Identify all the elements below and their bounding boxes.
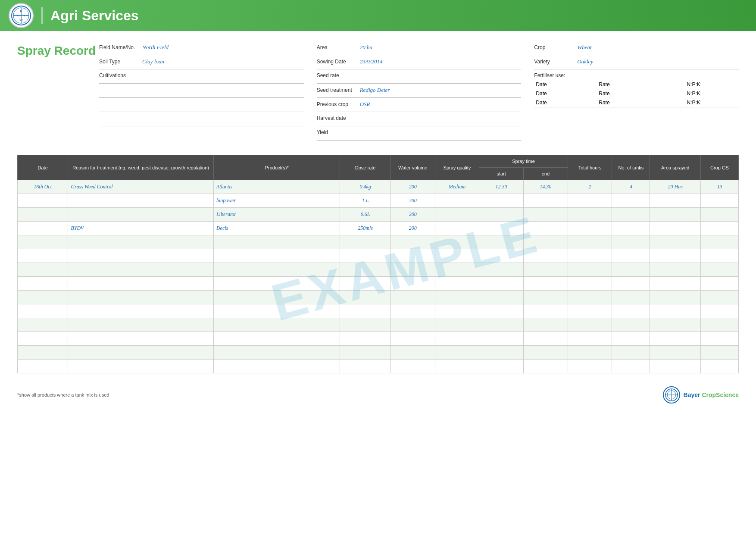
table-cell bbox=[479, 304, 524, 318]
table-cell bbox=[390, 318, 435, 332]
table-cell bbox=[213, 277, 340, 291]
th-spray-quality: Spray quality bbox=[435, 155, 479, 180]
table-cell bbox=[390, 346, 435, 360]
empty-row-2 bbox=[99, 101, 304, 112]
table-cell bbox=[18, 332, 68, 346]
fert-date-1: Date bbox=[534, 80, 597, 89]
table-cell bbox=[213, 360, 340, 373]
table-cell bbox=[435, 222, 479, 235]
table-cell bbox=[650, 222, 700, 235]
svg-text:B: B bbox=[20, 10, 22, 13]
th-reason: Reason for treatment (eg. weed, pest dis… bbox=[68, 155, 214, 180]
table-cell bbox=[435, 277, 479, 291]
table-cell bbox=[650, 194, 700, 208]
table-cell: 16th Oct bbox=[18, 180, 68, 194]
fert-npk-3: N:P:K: bbox=[685, 98, 739, 107]
spray-table-wrapper: EXAMPLE Date Reason for treatment (eg. w… bbox=[17, 150, 739, 373]
seed-treatment-value: Redigo Deter bbox=[360, 87, 390, 94]
table-cell bbox=[523, 277, 568, 291]
cultivations-row: Cultivations bbox=[99, 72, 304, 84]
table-cell bbox=[68, 346, 214, 360]
table-cell: 4 bbox=[612, 180, 650, 194]
spray-record-title: Spray Record bbox=[17, 44, 99, 58]
table-row bbox=[18, 346, 739, 360]
table-cell bbox=[612, 360, 650, 373]
header: B A Y ER Agri Services bbox=[0, 0, 756, 31]
table-cell: 20 Has bbox=[650, 180, 700, 194]
table-cell bbox=[479, 277, 524, 291]
field-name-label: Field Name/No. bbox=[99, 44, 142, 50]
table-cell bbox=[390, 249, 435, 263]
empty-row-1 bbox=[99, 87, 304, 98]
table-cell bbox=[568, 208, 612, 222]
spray-table: Date Reason for treatment (eg. weed, pes… bbox=[17, 155, 739, 373]
footer-bayer-logo bbox=[663, 386, 680, 404]
table-cell bbox=[340, 235, 390, 249]
table-row: BYDVDecis250mls200 bbox=[18, 222, 739, 235]
table-cell bbox=[340, 360, 390, 373]
table-cell bbox=[213, 346, 340, 360]
table-cell bbox=[479, 194, 524, 208]
table-cell bbox=[523, 235, 568, 249]
table-cell bbox=[700, 249, 738, 263]
table-cell: 14.30 bbox=[523, 180, 568, 194]
crop-label: Crop bbox=[534, 44, 577, 50]
table-cell bbox=[18, 194, 68, 208]
table-cell bbox=[435, 249, 479, 263]
table-cell bbox=[568, 277, 612, 291]
table-cell bbox=[18, 360, 68, 373]
fields-area: Field Name/No. North Field Soil Type Cla… bbox=[99, 44, 739, 144]
table-cell bbox=[18, 304, 68, 318]
table-cell: 200 bbox=[390, 208, 435, 222]
table-cell bbox=[700, 304, 738, 318]
table-cell bbox=[435, 304, 479, 318]
table-cell bbox=[390, 304, 435, 318]
table-cell bbox=[523, 194, 568, 208]
table-cell bbox=[340, 249, 390, 263]
table-cell bbox=[650, 332, 700, 346]
sowing-date-value: 23/9/2014 bbox=[360, 58, 383, 65]
table-cell: Medium bbox=[435, 180, 479, 194]
table-cell: 250mls bbox=[340, 222, 390, 235]
table-cell: 13 bbox=[700, 180, 738, 194]
table-cell bbox=[523, 318, 568, 332]
table-cell bbox=[68, 208, 214, 222]
table-cell bbox=[213, 263, 340, 277]
soil-type-row: Soil Type Clay loan bbox=[99, 58, 304, 69]
sowing-date-label: Sowing Date bbox=[317, 59, 360, 65]
harvest-date-label: Harvest date bbox=[317, 115, 360, 121]
table-cell bbox=[18, 208, 68, 222]
footer-logo-area: Bayer CropScience bbox=[663, 386, 739, 404]
fertiliser-label: Fertiliser use: bbox=[534, 72, 739, 78]
table-cell bbox=[700, 263, 738, 277]
fields-col-middle: Area 20 ha Sowing Date 23/9/2014 Seed ra… bbox=[317, 44, 522, 144]
table-cell bbox=[523, 360, 568, 373]
table-cell bbox=[650, 360, 700, 373]
fields-col-left: Field Name/No. North Field Soil Type Cla… bbox=[99, 44, 304, 144]
table-cell bbox=[479, 318, 524, 332]
table-cell bbox=[700, 360, 738, 373]
table-row: biopower1 L200 bbox=[18, 194, 739, 208]
table-cell bbox=[213, 291, 340, 304]
table-cell bbox=[479, 360, 524, 373]
table-cell bbox=[612, 249, 650, 263]
table-row bbox=[18, 235, 739, 249]
table-row bbox=[18, 332, 739, 346]
table-cell bbox=[700, 318, 738, 332]
variety-row: Variety Oakley bbox=[534, 58, 739, 69]
table-cell: 200 bbox=[390, 194, 435, 208]
table-cell bbox=[568, 346, 612, 360]
table-cell: Grass Weed Control bbox=[68, 180, 214, 194]
svg-text:A: A bbox=[17, 14, 19, 17]
variety-value: Oakley bbox=[577, 58, 593, 65]
table-cell bbox=[68, 318, 214, 332]
table-cell bbox=[479, 346, 524, 360]
table-cell bbox=[523, 291, 568, 304]
table-cell bbox=[213, 304, 340, 318]
fert-date-2: Date bbox=[534, 89, 597, 98]
table-cell bbox=[612, 222, 650, 235]
table-cell bbox=[18, 222, 68, 235]
table-cell bbox=[18, 263, 68, 277]
crop-row: Crop Wheat bbox=[534, 44, 739, 55]
table-cell bbox=[390, 277, 435, 291]
